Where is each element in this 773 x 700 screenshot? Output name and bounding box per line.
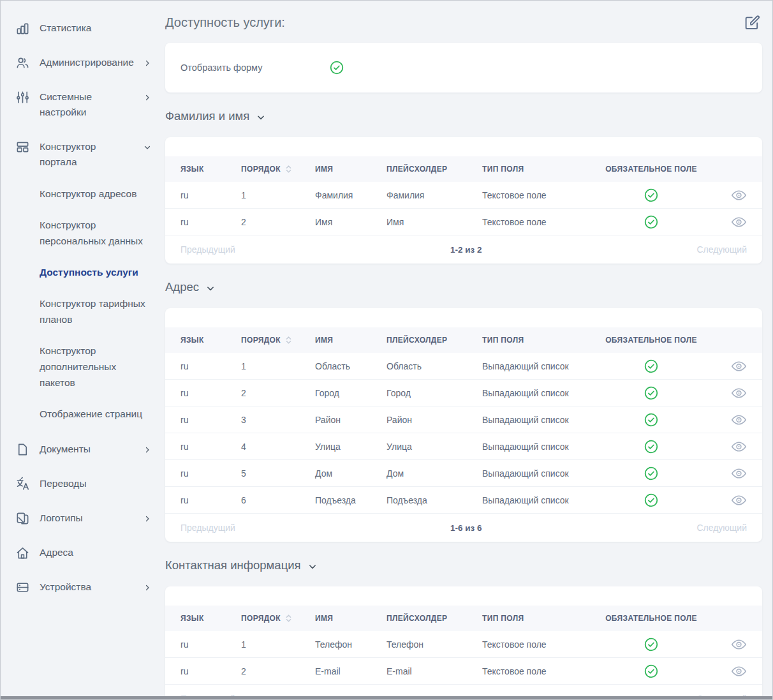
cell-order: 3 [241, 415, 315, 425]
cell-language: ru [180, 388, 241, 398]
sidebar: Статистика Администрирование Системные н… [1, 1, 165, 699]
form-sections: Фамилия и имя ЯЗЫК ПОРЯДОК ИМЯ ПЛЕЙСХОЛД… [165, 109, 762, 700]
cell-name: Подъезда [315, 495, 386, 505]
pagination-next-button[interactable]: Следующий [696, 244, 747, 255]
submenu-item-address-constructor[interactable]: Конструктор адресов [40, 178, 151, 209]
table-body: ru 1 Телефон Телефон Текстовое поле ru 2… [165, 631, 762, 684]
cell-placeholder: Улица [386, 442, 482, 452]
table-header-row: ЯЗЫК ПОРЯДОК ИМЯ ПЛЕЙСХОЛДЕР ТИП ПОЛЯ ОБ… [165, 606, 762, 631]
eye-icon[interactable] [731, 361, 747, 372]
sort-icon[interactable] [284, 336, 293, 345]
sidebar-item-devices[interactable]: Устройства [6, 570, 154, 604]
eye-icon[interactable] [731, 495, 747, 506]
submenu-item-personal-data-constructor[interactable]: Конструктор персональных данных [40, 209, 151, 257]
check-circle-icon [644, 664, 658, 678]
sidebar-item-administration[interactable]: Администрирование [6, 45, 154, 80]
pagination-previous-button[interactable]: Предыдущий [180, 244, 235, 255]
submenu-item-service-availability[interactable]: Доступность услуги [40, 257, 151, 288]
submenu-item-additional-packages-constructor[interactable]: Конструктор дополнительных пакетов [40, 335, 151, 398]
table-header-row: ЯЗЫК ПОРЯДОК ИМЯ ПЛЕЙСХОЛДЕР ТИП ПОЛЯ ОБ… [165, 327, 762, 353]
sidebar-item-label: Переводы [40, 476, 151, 491]
section-title[interactable]: Адрес [165, 280, 762, 294]
submenu-item-pages-display[interactable]: Отображение страниц [40, 398, 151, 429]
sidebar-item-portal-constructor[interactable]: Конструктор портала [6, 130, 154, 179]
cell-language: ru [180, 468, 241, 479]
column-header-required: ОБЯЗАТЕЛЬНОЕ ПОЛЕ [600, 614, 702, 623]
column-header-placeholder: ПЛЕЙСХОЛДЕР [386, 165, 482, 174]
cell-field-type: Текстовое поле [482, 666, 600, 676]
column-header-order[interactable]: ПОРЯДОК [241, 614, 315, 623]
eye-icon[interactable] [731, 468, 747, 479]
sidebar-item-label: Документы [40, 442, 134, 457]
eye-icon[interactable] [731, 639, 747, 650]
column-header-placeholder: ПЛЕЙСХОЛДЕР [386, 336, 482, 345]
edit-icon[interactable] [743, 13, 761, 31]
sidebar-item-system-settings[interactable]: Системные настройки [6, 80, 154, 130]
pagination-next-button[interactable]: Следующий [696, 523, 747, 533]
sidebar-item-documents[interactable]: Документы [6, 432, 154, 466]
check-circle-icon [644, 413, 658, 427]
eye-icon[interactable] [731, 441, 747, 452]
sidebar-item-addresses[interactable]: Адреса [6, 535, 154, 570]
sidebar-item-label: Устройства [40, 579, 134, 595]
check-circle-icon [644, 386, 658, 400]
sidebar-item-label: Администрирование [40, 55, 134, 70]
column-header-language: ЯЗЫК [180, 336, 241, 345]
sidebar-item-logos[interactable]: Логотипы [6, 501, 154, 535]
pagination-previous-button[interactable]: Предыдущий [180, 523, 235, 533]
cell-name: Район [315, 415, 386, 425]
cell-order: 2 [241, 217, 315, 227]
cell-field-type: Выпадающий список [482, 388, 600, 398]
submenu-item-tariff-plans-constructor[interactable]: Конструктор тарифных планов [40, 288, 151, 335]
eye-icon[interactable] [731, 414, 747, 426]
sidebar-item-translations[interactable]: Переводы [6, 466, 154, 501]
cell-actions [702, 666, 747, 677]
table-row: ru 2 E-mail E-mail Текстовое поле [165, 658, 762, 684]
sidebar-item-label: Системные настройки [40, 89, 134, 120]
cell-actions [702, 414, 747, 426]
cell-order: 1 [241, 190, 315, 200]
chevron-right-icon [144, 515, 151, 523]
admin-page: Статистика Администрирование Системные н… [1, 1, 772, 699]
cell-order: 2 [241, 388, 315, 398]
cell-field-type: Текстовое поле [482, 190, 600, 200]
column-header-order[interactable]: ПОРЯДОК [241, 165, 315, 174]
cell-required [600, 386, 702, 400]
cell-required [600, 440, 702, 454]
eye-icon[interactable] [731, 387, 747, 399]
cell-field-type: Выпадающий список [482, 468, 600, 479]
column-header-name: ИМЯ [315, 336, 386, 345]
cell-name: E-mail [315, 666, 386, 676]
cell-placeholder: Город [386, 388, 482, 398]
eye-icon[interactable] [731, 190, 747, 201]
eye-icon[interactable] [731, 216, 747, 228]
sidebar-item-label: Статистика [40, 20, 151, 36]
check-circle-icon [644, 359, 658, 373]
table-row: ru 1 Фамилия Фамилия Текстовое поле [165, 182, 762, 209]
sort-icon[interactable] [284, 165, 293, 174]
translate-icon [15, 477, 30, 491]
sidebar-item-label: Логотипы [40, 510, 134, 526]
sort-icon[interactable] [284, 614, 293, 623]
column-header-order[interactable]: ПОРЯДОК [241, 336, 315, 345]
table-pagination: Предыдущий 1-6 из 6 Следующий [165, 513, 762, 542]
table-card: ЯЗЫК ПОРЯДОК ИМЯ ПЛЕЙСХОЛДЕР ТИП ПОЛЯ ОБ… [165, 586, 762, 700]
table-pagination: Предыдущий 1-2 из 2 Следующий [165, 235, 762, 264]
cell-actions [702, 361, 747, 372]
section-title[interactable]: Контактная информация [165, 558, 762, 572]
display-form-card: Отобразить форму [165, 43, 762, 93]
cell-placeholder: E-mail [386, 666, 482, 676]
cell-language: ru [180, 217, 241, 227]
column-header-required: ОБЯЗАТЕЛЬНОЕ ПОЛЕ [600, 165, 702, 174]
eye-icon[interactable] [731, 666, 747, 677]
cell-field-type: Текстовое поле [482, 639, 600, 650]
section-title[interactable]: Фамилия и имя [165, 109, 762, 123]
cell-actions [702, 441, 747, 452]
cell-required [600, 466, 702, 480]
sidebar-item-statistics[interactable]: Статистика [6, 11, 154, 45]
pagination-count: 1-2 из 2 [235, 245, 697, 255]
cell-language: ru [180, 495, 241, 505]
column-header-required: ОБЯЗАТЕЛЬНОЕ ПОЛЕ [600, 336, 702, 345]
section-title-text: Контактная информация [165, 558, 301, 572]
cell-name: Фамилия [315, 190, 386, 200]
